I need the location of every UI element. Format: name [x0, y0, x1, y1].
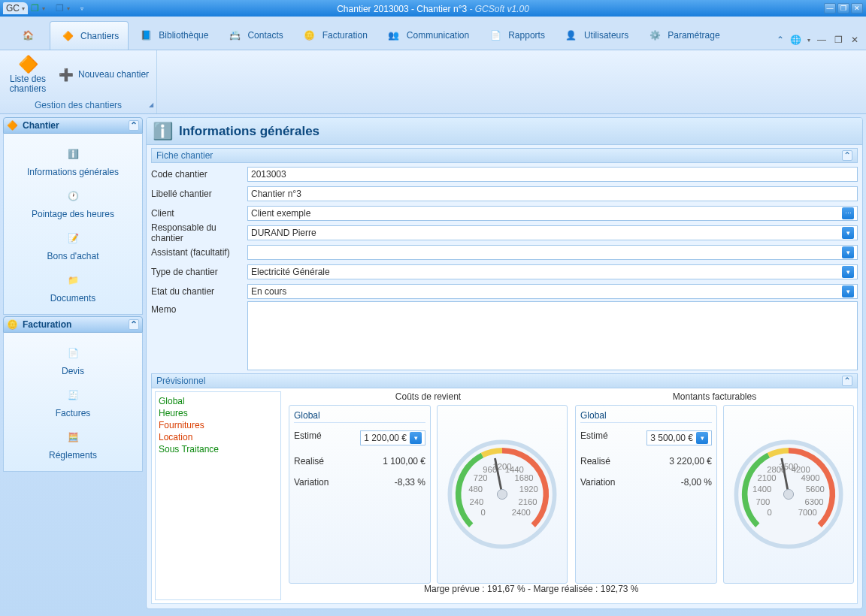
nav-documents-label: Documents — [50, 293, 96, 303]
coins-icon: 🪙 — [7, 319, 18, 330]
billable-est-input[interactable]: 3 500,00 €▾ — [646, 430, 712, 445]
tab-utilisateurs[interactable]: 👤Utilisateurs — [554, 21, 637, 50]
value-type: Electricité Générale — [251, 267, 330, 277]
category-list[interactable]: GlobalHeuresFournituresLocationSous Trai… — [155, 391, 281, 600]
svg-text:1680: 1680 — [514, 473, 533, 482]
tab-home[interactable]: 🏠 — [6, 21, 50, 50]
nav-pointage[interactable]: 🕐Pointage des heures — [5, 182, 141, 222]
chevron-down-icon[interactable]: ▾ — [842, 285, 854, 297]
previsionnel-group-header[interactable]: Prévisionnel⌃ — [151, 373, 858, 388]
quick-access-toolbar: GC▾ ❐▾ ❐▾ ▿ — [0, 2, 83, 14]
user-icon: 👤 — [563, 27, 580, 44]
minimize-button[interactable]: — — [824, 3, 836, 14]
svg-text:0: 0 — [481, 508, 486, 517]
chevron-down-icon[interactable]: ▾ — [410, 432, 422, 444]
costs-stats-card: Global Estimé1 200,00 €▾ Realisé1 100,00… — [289, 405, 431, 584]
svg-text:2160: 2160 — [518, 497, 537, 506]
chevron-down-icon[interactable]: ▾ — [842, 227, 854, 239]
window-title: Chantier 2013003 - Chantier n°3 — [337, 4, 467, 14]
fiche-title: Fiche chantier — [156, 150, 213, 161]
costs-est-label: Estimé — [294, 430, 322, 445]
more-icon[interactable]: ⋯ — [842, 207, 854, 219]
workspace: 🔶 Chantier ⌃ ℹ️Informations générales 🕐P… — [0, 114, 866, 612]
qat-icon-2[interactable]: ❐ — [56, 3, 64, 14]
label-code: Code chantier — [151, 169, 247, 180]
collapse-icon[interactable]: ⌃ — [129, 120, 139, 131]
costs-var-value: -8,33 % — [395, 477, 425, 488]
category-item[interactable]: Location — [159, 431, 277, 443]
qat-icon-1[interactable]: ❐ — [31, 3, 39, 14]
billable-real-value: 3 220,00 € — [669, 456, 712, 467]
tab-rapports[interactable]: 📄Rapports — [478, 21, 554, 50]
mdi-minimize-button[interactable]: — — [816, 35, 827, 45]
nav-factures[interactable]: 🧾Factures — [5, 381, 141, 421]
tab-communication[interactable]: 👥Communication — [377, 21, 478, 50]
mdi-restore-button[interactable]: ❐ — [833, 35, 843, 45]
app-tab[interactable]: GC▾ — [3, 2, 28, 14]
nav-info-label: Informations générales — [27, 167, 119, 177]
new-chantier-button[interactable]: ➕ Nouveau chantier — [59, 68, 149, 82]
category-item[interactable]: Fournitures — [159, 419, 277, 431]
globe-drop[interactable]: ▾ — [807, 37, 810, 44]
chevron-down-icon[interactable]: ▾ — [842, 246, 854, 258]
qat-drop-2[interactable]: ▾ — [67, 5, 70, 12]
tab-bibliotheque[interactable]: 📘Bibliothèque — [129, 21, 217, 50]
tab-bibliotheque-label: Bibliothèque — [159, 30, 208, 41]
select-client[interactable]: Client exemple⋯ — [247, 206, 858, 221]
category-item[interactable]: Global — [159, 395, 277, 407]
qat-drop-1[interactable]: ▾ — [42, 5, 45, 12]
section-facturation-header[interactable]: 🪙 Facturation ⌃ — [3, 316, 143, 333]
group-launcher-icon[interactable]: ◢ — [149, 101, 153, 108]
collapse-icon[interactable]: ⌃ — [129, 319, 139, 330]
select-type[interactable]: Electricité Générale▾ — [247, 264, 858, 279]
input-code[interactable]: 2013003 — [247, 167, 858, 182]
category-item[interactable]: Heures — [159, 407, 277, 419]
previsionnel-title: Prévisionnel — [156, 376, 205, 386]
tab-parametrage[interactable]: ⚙️Paramétrage — [637, 21, 728, 50]
ribbon-collapse-icon[interactable]: ⌃ — [777, 35, 784, 45]
nav-info-generales[interactable]: ℹ️Informations générales — [5, 140, 141, 180]
costs-gauge-card: 0240480720960120014401680192021602400 — [437, 405, 568, 584]
input-libelle[interactable]: Chantier n°3 — [247, 186, 858, 201]
select-etat[interactable]: En cours▾ — [247, 284, 858, 299]
folder-icon: 📁 — [62, 269, 84, 291]
qat-overflow[interactable]: ▿ — [80, 5, 83, 12]
ribbon-right-tools: ⌃ 🌐▾ — ❐ ✕ — [777, 35, 860, 50]
value-libelle: Chantier n°3 — [251, 189, 301, 199]
select-assistant[interactable]: ▾ — [247, 245, 858, 260]
cone-icon: 🔶 — [7, 120, 18, 131]
costs-est-input[interactable]: 1 200,00 €▾ — [360, 430, 425, 445]
collapse-icon[interactable]: ⌃ — [842, 150, 852, 161]
select-responsable[interactable]: DURAND Pierre▾ — [247, 225, 858, 240]
tab-contacts[interactable]: 📇Contacts — [217, 21, 292, 50]
svg-text:4900: 4900 — [801, 473, 819, 482]
list-chantiers-button[interactable]: 🔶 Liste des chantiers — [8, 56, 48, 94]
chevron-down-icon[interactable]: ▾ — [696, 432, 708, 444]
tab-chantiers[interactable]: 🔶Chantiers — [50, 21, 129, 50]
side-panel: 🔶 Chantier ⌃ ℹ️Informations générales 🕐P… — [3, 117, 143, 609]
section-chantier-header[interactable]: 🔶 Chantier ⌃ — [3, 117, 143, 134]
textarea-memo[interactable] — [247, 301, 858, 370]
collapse-icon[interactable]: ⌃ — [842, 376, 852, 386]
nav-documents[interactable]: 📁Documents — [5, 266, 141, 306]
tab-facturation[interactable]: 🪙Facturation — [292, 21, 377, 50]
nav-reglements[interactable]: 🧮Réglements — [5, 423, 141, 464]
book-icon: 📘 — [138, 27, 154, 44]
restore-button[interactable]: ❐ — [837, 3, 849, 14]
fiche-group-header[interactable]: Fiche chantier⌃ — [151, 148, 858, 163]
tab-communication-label: Communication — [407, 30, 469, 41]
value-code: 2013003 — [251, 169, 286, 180]
billable-var-label: Variation — [580, 477, 615, 488]
label-assistant: Assistant (facultatif) — [151, 247, 247, 258]
close-window-button[interactable]: ✕ — [851, 3, 863, 14]
tab-parametrage-label: Paramétrage — [668, 30, 719, 41]
contacts-icon: 📇 — [226, 27, 243, 44]
nav-bons-achat[interactable]: 📝Bons d'achat — [5, 224, 141, 264]
globe-icon[interactable]: 🌐 — [790, 35, 801, 45]
category-item[interactable]: Sous Traitance — [159, 443, 277, 455]
nav-devis[interactable]: 📄Devis — [5, 339, 141, 379]
cone-icon: 🔶 — [59, 28, 76, 44]
mdi-close-button[interactable]: ✕ — [849, 35, 860, 45]
chevron-down-icon[interactable]: ▾ — [842, 266, 854, 278]
form-area: Code chantier2013003 Libellé chantierCha… — [147, 163, 862, 372]
